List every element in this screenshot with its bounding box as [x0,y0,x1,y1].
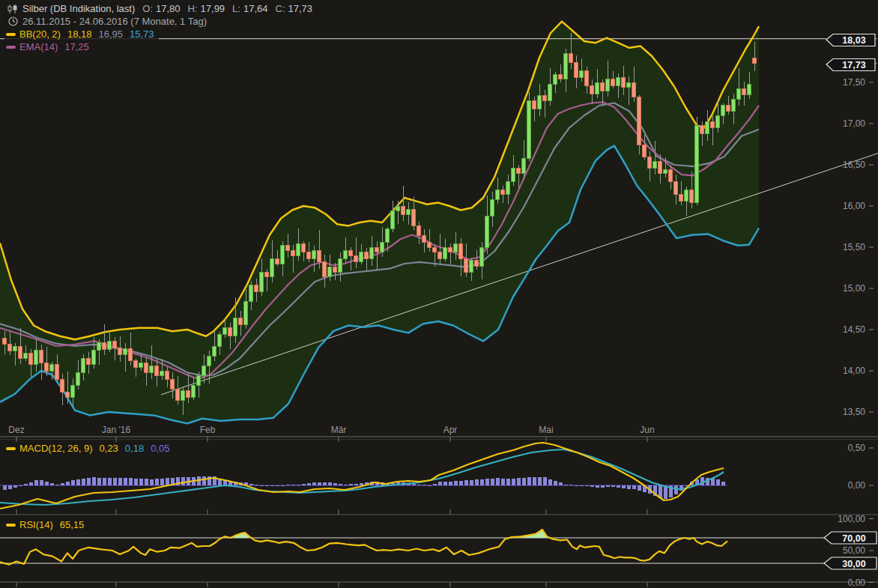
rsi-series-icon [6,524,16,527]
price-tick-label: 17,00 [820,118,865,129]
macd-series-icon [6,447,16,450]
month-label: Mär [331,425,347,435]
low-value: 17,64 [243,3,268,14]
ema-label: EMA(14) [19,41,58,52]
rsi-tick-label: 50,00 [820,545,865,556]
ema-series-icon [6,46,16,49]
trading-chart-window: 18,03 17,73 70,00 30,00 Silber (DB Ind [0,0,878,588]
high-label: H: [188,3,198,14]
candlestick-icon [6,4,19,13]
macd-hist-value: 0,05 [151,443,169,454]
rsi-value: 65,15 [60,519,85,530]
bb-middle-value: 16,95 [98,28,123,40]
price-tick-label: 17,50 [820,77,865,88]
clock-icon [6,16,19,26]
price-tick-label: 16,00 [820,201,865,211]
ema-value: 17,25 [64,41,89,52]
macd-indicator-row[interactable]: MACD(12, 26, 9) 0,23 0,18 0,05 [4,442,174,455]
date-range: 26.11.2015 - 24.06.2016 (7 Monate, 1 Tag… [22,16,207,27]
price-tick-label: 13,50 [820,407,865,417]
month-label: Jun [640,425,654,435]
bb-series-icon [6,33,16,36]
chart-canvas[interactable]: 18,03 17,73 70,00 30,00 [0,0,878,588]
macd-signal-value: 0,18 [125,443,144,454]
bb-indicator-row[interactable]: BB(20, 2) 18,18 16,95 15,73 [4,28,159,40]
price-tick-label: 15,50 [820,242,865,252]
month-label: Jan '16 [102,425,130,435]
price-tick-label: 14,50 [820,324,865,335]
open-label: O: [142,3,153,14]
low-label: L: [232,3,240,14]
close-value: 17,73 [288,3,313,14]
instrument-title: Silber (DB Indikation, last) [22,3,135,14]
rsi-overbought-tag-label: 70,00 [842,533,865,544]
month-label: Apr [443,425,458,435]
bb-upper-value: 18,18 [67,28,92,40]
macd-value: 0,23 [100,443,118,454]
rsi-label: RSI(14) [19,519,53,530]
month-label: Dez [8,425,24,435]
macd-label: MACD(12, 26, 9) [19,443,93,454]
open-value: 17,80 [156,3,181,14]
month-label: Mai [539,425,553,435]
price-tick-label: 15,00 [820,283,865,294]
bb-label: BB(20, 2) [19,28,61,40]
chart-legend: Silber (DB Indikation, last) O: 17,80 H:… [4,2,324,53]
rsi-indicator-row[interactable]: RSI(14) 65,15 [4,518,88,531]
macd-tick-label: 0,00 [820,480,865,491]
rsi-tick-label: 100,00 [820,514,865,524]
rsi-oversold-tag-label: 30,00 [842,559,865,569]
ema-indicator-row[interactable]: EMA(14) 17,25 [4,40,94,53]
date-range-row[interactable]: 26.11.2015 - 24.06.2016 (7 Monate, 1 Tag… [4,15,214,28]
month-label: Feb [200,425,216,435]
price-tick-label: 16,50 [820,160,865,170]
last-price-tag-label: 17,73 [842,60,865,70]
price-tick-label: 14,00 [820,366,865,376]
rsi-tick-label: 0,00 [820,578,865,588]
instrument-row[interactable]: Silber (DB Indikation, last) O: 17,80 H:… [4,2,324,15]
high-value: 17,99 [201,3,225,14]
close-label: C: [276,3,285,14]
bb-lower-value: 15,73 [130,28,154,40]
macd-tick-label: 0,50 [820,443,865,453]
high-price-tag-label: 18,03 [842,35,865,46]
